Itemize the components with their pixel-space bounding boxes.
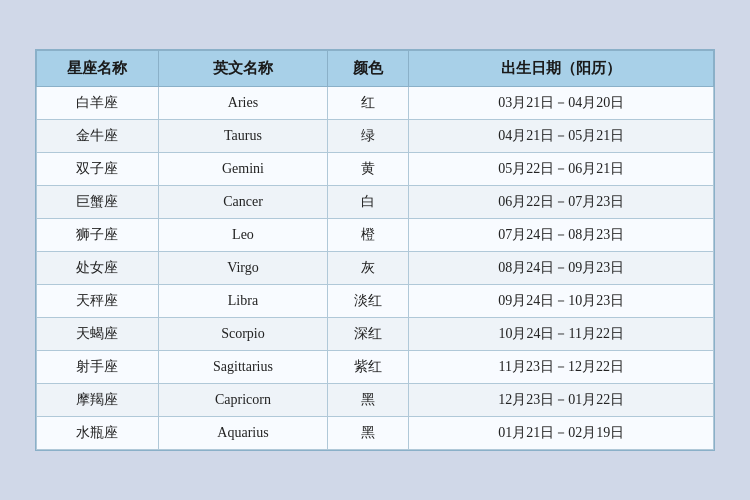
zodiac-table-container: 星座名称 英文名称 颜色 出生日期（阳历） 白羊座Aries红03月21日－04…	[35, 49, 715, 451]
cell-color: 灰	[328, 252, 409, 285]
cell-date: 08月24日－09月23日	[409, 252, 714, 285]
cell-chinese: 摩羯座	[37, 384, 159, 417]
cell-chinese: 金牛座	[37, 120, 159, 153]
cell-chinese: 天蝎座	[37, 318, 159, 351]
cell-date: 10月24日－11月22日	[409, 318, 714, 351]
table-row: 巨蟹座Cancer白06月22日－07月23日	[37, 186, 714, 219]
table-row: 处女座Virgo灰08月24日－09月23日	[37, 252, 714, 285]
cell-english: Leo	[158, 219, 327, 252]
cell-english: Aquarius	[158, 417, 327, 450]
cell-english: Libra	[158, 285, 327, 318]
cell-color: 黑	[328, 417, 409, 450]
cell-color: 白	[328, 186, 409, 219]
cell-date: 12月23日－01月22日	[409, 384, 714, 417]
cell-chinese: 水瓶座	[37, 417, 159, 450]
cell-color: 橙	[328, 219, 409, 252]
cell-english: Gemini	[158, 153, 327, 186]
table-row: 摩羯座Capricorn黑12月23日－01月22日	[37, 384, 714, 417]
table-row: 射手座Sagittarius紫红11月23日－12月22日	[37, 351, 714, 384]
cell-english: Virgo	[158, 252, 327, 285]
cell-english: Scorpio	[158, 318, 327, 351]
table-row: 水瓶座Aquarius黑01月21日－02月19日	[37, 417, 714, 450]
zodiac-table: 星座名称 英文名称 颜色 出生日期（阳历） 白羊座Aries红03月21日－04…	[36, 50, 714, 450]
cell-chinese: 射手座	[37, 351, 159, 384]
cell-date: 06月22日－07月23日	[409, 186, 714, 219]
cell-date: 03月21日－04月20日	[409, 87, 714, 120]
header-color: 颜色	[328, 51, 409, 87]
cell-english: Cancer	[158, 186, 327, 219]
table-row: 双子座Gemini黄05月22日－06月21日	[37, 153, 714, 186]
table-row: 天秤座Libra淡红09月24日－10月23日	[37, 285, 714, 318]
cell-date: 11月23日－12月22日	[409, 351, 714, 384]
table-row: 金牛座Taurus绿04月21日－05月21日	[37, 120, 714, 153]
cell-chinese: 白羊座	[37, 87, 159, 120]
table-header-row: 星座名称 英文名称 颜色 出生日期（阳历）	[37, 51, 714, 87]
cell-color: 深红	[328, 318, 409, 351]
header-chinese: 星座名称	[37, 51, 159, 87]
cell-english: Sagittarius	[158, 351, 327, 384]
cell-color: 黄	[328, 153, 409, 186]
header-date: 出生日期（阳历）	[409, 51, 714, 87]
cell-chinese: 处女座	[37, 252, 159, 285]
cell-date: 07月24日－08月23日	[409, 219, 714, 252]
cell-color: 绿	[328, 120, 409, 153]
cell-english: Taurus	[158, 120, 327, 153]
cell-date: 01月21日－02月19日	[409, 417, 714, 450]
table-body: 白羊座Aries红03月21日－04月20日金牛座Taurus绿04月21日－0…	[37, 87, 714, 450]
cell-color: 红	[328, 87, 409, 120]
cell-date: 05月22日－06月21日	[409, 153, 714, 186]
table-row: 天蝎座Scorpio深红10月24日－11月22日	[37, 318, 714, 351]
cell-color: 紫红	[328, 351, 409, 384]
header-english: 英文名称	[158, 51, 327, 87]
cell-english: Capricorn	[158, 384, 327, 417]
table-row: 狮子座Leo橙07月24日－08月23日	[37, 219, 714, 252]
cell-color: 淡红	[328, 285, 409, 318]
cell-date: 09月24日－10月23日	[409, 285, 714, 318]
cell-chinese: 双子座	[37, 153, 159, 186]
cell-color: 黑	[328, 384, 409, 417]
cell-chinese: 狮子座	[37, 219, 159, 252]
table-row: 白羊座Aries红03月21日－04月20日	[37, 87, 714, 120]
cell-english: Aries	[158, 87, 327, 120]
cell-chinese: 天秤座	[37, 285, 159, 318]
cell-chinese: 巨蟹座	[37, 186, 159, 219]
cell-date: 04月21日－05月21日	[409, 120, 714, 153]
